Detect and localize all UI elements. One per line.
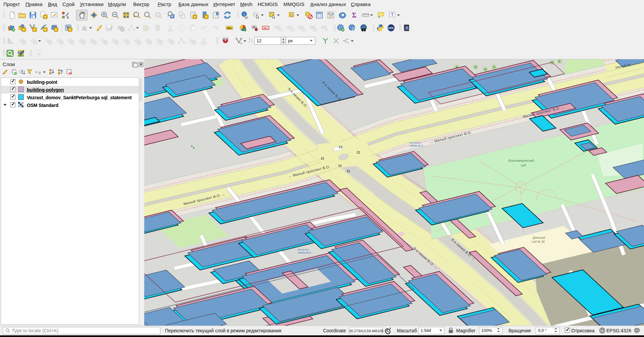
svg-text:8-я и 9-я: 8-я и 9-я: [298, 248, 309, 251]
svg-text:сад № 36: сад № 36: [532, 240, 545, 243]
svg-text:сад: сад: [521, 163, 526, 167]
svg-text:✶: ✶: [49, 41, 52, 44]
svg-text:✶: ✶: [23, 41, 25, 44]
svg-text:✶: ✶: [121, 28, 124, 31]
svg-text:abc: abc: [227, 26, 232, 30]
svg-text:abc: abc: [263, 26, 268, 30]
svg-text:✶: ✶: [69, 28, 71, 32]
svg-text:abc: abc: [299, 26, 303, 29]
svg-text:✶: ✶: [71, 41, 74, 44]
svg-text:✶: ✶: [193, 41, 196, 44]
svg-text:✶: ✶: [149, 41, 151, 44]
svg-text:abc: abc: [322, 26, 326, 29]
svg-text:✶: ✶: [194, 15, 196, 19]
svg-text:abc: abc: [310, 26, 314, 29]
svg-text:✶: ✶: [22, 28, 25, 32]
svg-text:abc: abc: [287, 26, 291, 29]
svg-text:✶: ✶: [105, 41, 107, 44]
svg-text:✶: ✶: [127, 41, 129, 44]
svg-text:✶: ✶: [171, 41, 173, 44]
svg-text:✶: ✶: [83, 41, 85, 44]
svg-text:GHSL: GHSL: [388, 27, 394, 29]
svg-text:✶: ✶: [34, 41, 37, 44]
svg-text:1:1: 1:1: [156, 14, 160, 16]
svg-text:✶: ✶: [44, 28, 47, 32]
svg-text:✶: ✶: [44, 15, 47, 19]
svg-text:✶: ✶: [205, 15, 208, 19]
svg-text:a: a: [67, 15, 69, 19]
svg-text:ab: ab: [253, 26, 255, 28]
svg-text:✶: ✶: [33, 28, 36, 32]
svg-text:abc: abc: [275, 26, 279, 29]
svg-text:✶: ✶: [116, 41, 118, 44]
svg-text:Благовещенский: Благовещенский: [508, 158, 534, 162]
svg-text:✶: ✶: [94, 41, 96, 44]
svg-text:✶: ✶: [60, 41, 63, 44]
svg-text:i: i: [244, 12, 245, 16]
svg-text:✶: ✶: [55, 28, 57, 32]
svg-text:линии В.О.: линии В.О.: [298, 251, 312, 254]
svg-text:8-я и 9-я: 8-я и 9-я: [410, 141, 421, 144]
svg-text:T: T: [391, 12, 394, 17]
svg-text:✶: ✶: [160, 41, 162, 44]
svg-text:ε: ε: [36, 69, 38, 74]
svg-text:Σ: Σ: [352, 11, 356, 19]
svg-text:линии В.О.: линии В.О.: [410, 144, 424, 147]
svg-text:?: ?: [406, 26, 408, 30]
svg-text:✶: ✶: [138, 41, 140, 44]
svg-text:Детский: Детский: [532, 236, 545, 239]
